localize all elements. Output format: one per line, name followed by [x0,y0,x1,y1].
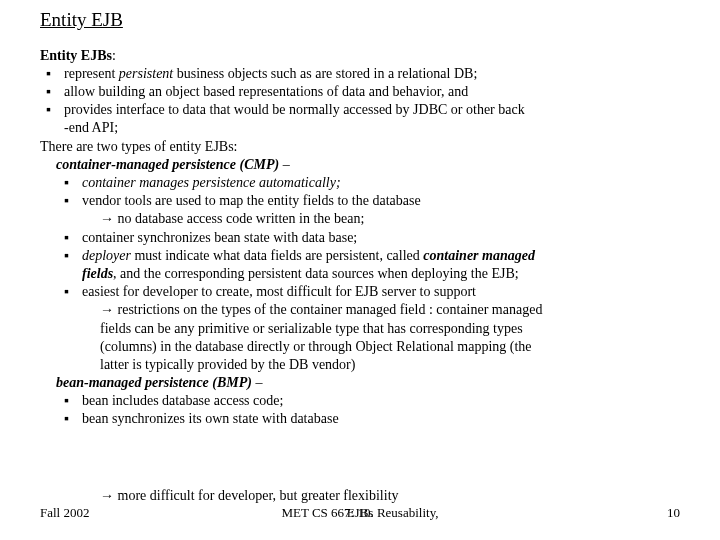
subtitle: Entity EJBs: [40,47,680,65]
cmp-bullet-list-2: container synchronizes bean state with d… [40,229,680,265]
arrow-icon: → [100,488,114,503]
text-em: deployer [82,248,131,263]
text: more difficult for developer, but greate… [118,488,399,503]
footer-center-line2: EJBs [347,505,374,522]
list-item: represent persistent business objects su… [64,65,680,83]
bmp-bullet-list: bean includes database access code; bean… [40,392,680,428]
continuation-line: (columns) in the database directly or th… [40,338,680,356]
list-item: container synchronizes bean state with d… [82,229,680,247]
text: business objects such as are stored in a… [173,66,477,81]
list-item: deployer must indicate what data fields … [82,247,680,265]
continuation-line: fields can be any primitive or serializa… [40,320,680,338]
list-item: bean includes database access code; [82,392,680,410]
text-bold: container managed [423,248,535,263]
cmp-bullet-list-3: easiest for developer to create, most di… [40,283,680,301]
text: no database access code written in the b… [114,211,364,226]
arrow-icon: → [100,302,114,317]
cmp-dash: – [279,157,290,172]
text: , and the corresponding persistent data … [113,266,519,281]
page-title: Entity EJB [40,8,680,33]
text-em: container manages persistence automatica… [82,175,341,190]
arrow-line: → no database access code written in the… [40,210,680,228]
text: allow building an object based represent… [64,84,468,99]
cmp-bullet-list: container manages persistence automatica… [40,174,680,210]
list-item: bean synchronizes its own state with dat… [82,410,680,428]
arrow-icon: → [100,211,114,226]
text: provides interface to data that would be… [64,102,525,117]
overlap-container: → more difficult for developer, but grea… [40,487,680,505]
bmp-title: bean-managed persistence (BMP) [56,375,252,390]
text: bean includes database access code; [82,393,283,408]
list-item: easiest for developer to create, most di… [82,283,680,301]
two-types-line: There are two types of entity EJBs: [40,138,680,156]
text: restrictions on the types of the contain… [114,302,542,317]
text: vendor tools are used to map the entity … [82,193,421,208]
list-item: container manages persistence automatica… [82,174,680,192]
list-item: allow building an object based represent… [64,83,680,101]
text: bean synchronizes its own state with dat… [82,411,339,426]
arrow-line: → more difficult for developer, but grea… [40,487,680,505]
footer-left: Fall 2002 [40,505,89,522]
subtitle-bold: Entity EJBs [40,48,112,63]
list-item: vendor tools are used to map the entity … [82,192,680,210]
text: container synchronizes bean state with d… [82,230,357,245]
text: must indicate what data fields are persi… [131,248,423,263]
continuation-line: -end API; [40,119,680,137]
text-em: persistent [119,66,173,81]
top-bullet-list: represent persistent business objects su… [40,65,680,120]
continuation-line: latter is typically provided by the DB v… [40,356,680,374]
footer-page-number: 10 [667,505,680,522]
arrow-line: → restrictions on the types of the conta… [40,301,680,319]
text: represent [64,66,119,81]
continuation-line: fields, and the corresponding persistent… [40,265,680,283]
text: easiest for developer to create, most di… [82,284,476,299]
cmp-heading: container-managed persistence (CMP) – [40,156,680,174]
list-item: provides interface to data that would be… [64,101,680,119]
text-bold: fields [82,266,113,281]
subtitle-colon: : [112,48,116,63]
cmp-title: container-managed persistence (CMP) [56,157,279,172]
bmp-heading: bean-managed persistence (BMP) – [40,374,680,392]
bmp-dash: – [252,375,263,390]
